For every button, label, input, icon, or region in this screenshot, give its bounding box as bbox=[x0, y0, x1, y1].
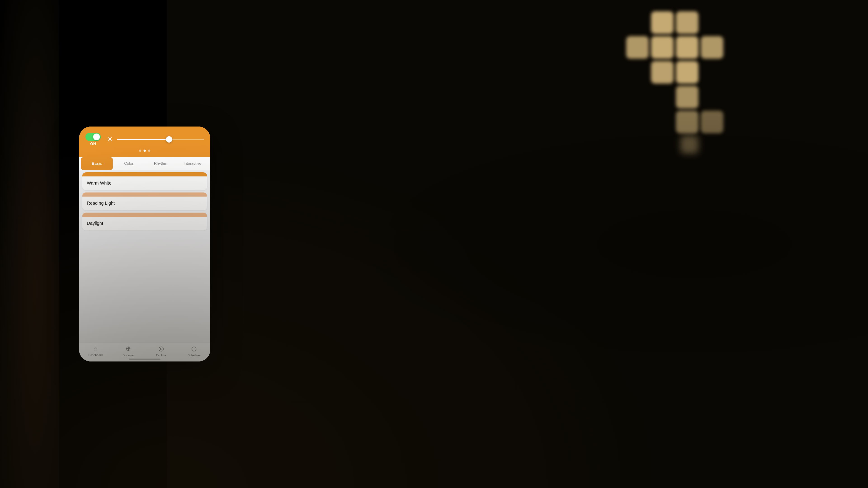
tab-interactive[interactable]: Interactive bbox=[177, 157, 209, 170]
daylight-label: Daylight bbox=[82, 217, 207, 230]
tab-bar: Basic Color Rhythm Interactive bbox=[79, 157, 210, 170]
light-sculpture bbox=[624, 11, 827, 215]
dot-1[interactable] bbox=[139, 150, 141, 152]
mode-card-reading-light[interactable]: Reading Light bbox=[82, 193, 207, 210]
reading-light-label: Reading Light bbox=[82, 197, 207, 210]
home-indicator bbox=[129, 359, 160, 360]
toggle-knob bbox=[93, 133, 100, 140]
tab-color[interactable]: Color bbox=[113, 157, 145, 170]
discover-label: Discover bbox=[123, 354, 134, 357]
brightness-icon: ☀ bbox=[106, 135, 114, 144]
warm-white-label: Warm White bbox=[82, 176, 207, 190]
nav-schedule[interactable]: ◷ Schedule bbox=[178, 345, 210, 357]
explore-icon: ◎ bbox=[158, 345, 164, 352]
toggle-label: ON bbox=[90, 142, 96, 146]
daylight-color-bar bbox=[82, 213, 207, 217]
page-dots bbox=[86, 150, 204, 153]
toggle-container: ON bbox=[86, 133, 101, 146]
reading-light-color-bar bbox=[82, 193, 207, 197]
nav-dashboard[interactable]: ⌂ Dashboard bbox=[79, 345, 112, 357]
explore-label: Explore bbox=[156, 354, 166, 357]
brightness-area: ☀ bbox=[106, 135, 204, 144]
nav-discover[interactable]: ⊕ Discover bbox=[112, 345, 145, 357]
nav-explore[interactable]: ◎ Explore bbox=[145, 345, 178, 357]
power-toggle[interactable] bbox=[86, 133, 101, 141]
dot-2[interactable] bbox=[144, 150, 146, 152]
warm-white-color-bar bbox=[82, 172, 207, 176]
bg-right bbox=[167, 0, 868, 488]
dashboard-label: Dashboard bbox=[88, 353, 103, 357]
bg-left bbox=[0, 0, 59, 488]
slider-thumb[interactable] bbox=[166, 136, 172, 142]
phone-header: ON ☀ bbox=[79, 127, 210, 157]
dashboard-icon: ⌂ bbox=[94, 345, 97, 352]
mode-card-daylight[interactable]: Daylight bbox=[82, 213, 207, 230]
content-area: Warm White Reading Light Daylight bbox=[79, 170, 210, 342]
schedule-label: Schedule bbox=[188, 354, 200, 357]
phone: ON ☀ Basic Color bbox=[79, 127, 210, 361]
discover-icon: ⊕ bbox=[126, 345, 131, 352]
brightness-slider[interactable] bbox=[117, 139, 204, 140]
schedule-icon: ◷ bbox=[191, 345, 197, 352]
phone-wrapper: ON ☀ Basic Color bbox=[59, 0, 230, 488]
tab-rhythm[interactable]: Rhythm bbox=[145, 157, 177, 170]
header-controls: ON ☀ bbox=[86, 133, 204, 146]
tab-basic[interactable]: Basic bbox=[81, 157, 113, 170]
dot-3[interactable] bbox=[148, 150, 150, 152]
slider-fill bbox=[117, 139, 169, 140]
mode-card-warm-white[interactable]: Warm White bbox=[82, 172, 207, 190]
